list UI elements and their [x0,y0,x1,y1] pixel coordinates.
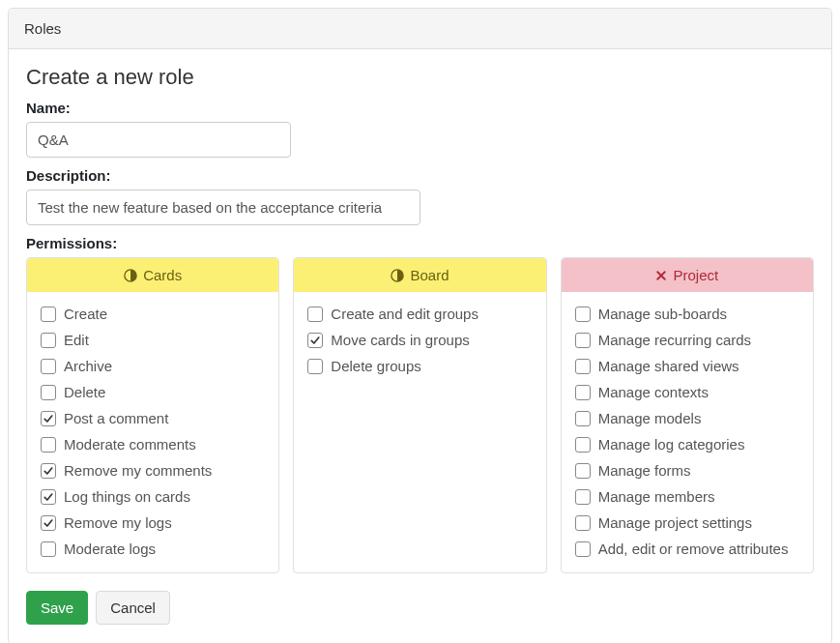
perm-item-label: Manage members [598,486,715,507]
perm-item[interactable]: Log things on cards [41,486,265,507]
close-icon [655,270,667,281]
perm-item[interactable]: Manage sub-boards [575,304,799,324]
perm-item-label: Create [64,304,107,324]
cancel-button[interactable]: Cancel [96,591,170,625]
perm-column-project: ProjectManage sub-boardsManage recurring… [561,257,814,573]
perm-header-label: Project [673,267,718,283]
perm-item-label: Move cards in groups [331,330,469,350]
perm-item-label: Manage project settings [598,512,752,533]
adjust-icon [391,269,404,282]
perm-item-label: Manage log categories [598,434,745,454]
perm-item[interactable]: Add, edit or remove attributes [575,539,799,559]
perm-item[interactable]: Remove my comments [41,460,265,481]
perm-item-label: Manage contexts [598,382,709,402]
perm-item-label: Manage sub-boards [598,304,727,324]
checkbox[interactable] [41,333,56,348]
checkbox[interactable] [307,307,323,322]
description-label: Description: [26,167,814,184]
perm-item[interactable]: Manage log categories [575,434,799,454]
perm-item-label: Manage shared views [598,356,739,376]
checkbox[interactable] [41,307,56,322]
checkbox[interactable] [575,411,591,426]
checkbox[interactable] [575,437,591,453]
checkbox[interactable] [575,515,591,531]
checkbox[interactable] [41,385,56,400]
perm-header-label: Cards [143,267,182,283]
description-input[interactable] [26,190,420,225]
card-body: Create a new role Name: Description: Per… [9,49,831,643]
name-input[interactable] [26,122,291,158]
perm-item[interactable]: Remove my logs [41,512,265,533]
save-button[interactable]: Save [26,591,88,625]
perm-item-label: Add, edit or remove attributes [598,539,789,559]
permissions-label: Permissions: [26,235,814,251]
perm-item[interactable]: Manage forms [575,460,799,481]
perm-item[interactable]: Delete [41,382,265,402]
perm-item-label: Manage models [598,408,702,428]
perm-item[interactable]: Archive [41,356,265,376]
perm-header-label: Board [410,267,449,283]
perm-item[interactable]: Manage models [575,408,799,428]
checkbox[interactable] [307,333,323,348]
perm-item-label: Remove my logs [64,512,172,533]
perm-item-label: Delete groups [331,356,420,376]
perm-header-project[interactable]: Project [562,258,813,292]
card-title: Roles [24,20,61,37]
perm-item[interactable]: Moderate logs [41,539,265,559]
checkbox[interactable] [575,489,591,505]
checkbox[interactable] [41,437,56,453]
perm-item[interactable]: Post a comment [41,408,265,428]
perm-item[interactable]: Delete groups [307,356,532,376]
perm-item-label: Edit [64,330,89,350]
actions-row: Save Cancel [26,591,814,625]
perm-item[interactable]: Manage project settings [575,512,799,533]
perm-item[interactable]: Manage shared views [575,356,799,376]
checkbox[interactable] [41,489,56,505]
perm-header-cards[interactable]: Cards [27,258,278,292]
perm-item-label: Manage forms [598,460,691,481]
page-title: Create a new role [26,65,814,90]
perm-item[interactable]: Manage contexts [575,382,799,402]
perm-item-label: Create and edit groups [331,304,478,324]
perm-item[interactable]: Edit [41,330,265,350]
checkbox[interactable] [41,463,56,479]
perm-item-label: Moderate logs [64,539,156,559]
permissions-row: CardsCreateEditArchiveDeletePost a comme… [26,257,814,573]
perm-header-board[interactable]: Board [294,258,545,292]
perm-item-label: Post a comment [64,408,168,428]
checkbox[interactable] [575,307,591,322]
perm-list: Manage sub-boardsManage recurring cardsM… [562,292,813,572]
perm-item-label: Delete [64,382,105,402]
perm-list: Create and edit groupsMove cards in grou… [294,292,545,390]
perm-item-label: Manage recurring cards [598,330,751,350]
perm-item[interactable]: Create [41,304,265,324]
perm-item-label: Remove my comments [64,460,212,481]
perm-item[interactable]: Create and edit groups [307,304,532,324]
checkbox[interactable] [575,541,591,557]
checkbox[interactable] [41,411,56,426]
perm-item[interactable]: Manage members [575,486,799,507]
card-header: Roles [9,9,831,49]
checkbox[interactable] [575,359,591,374]
perm-item-label: Archive [64,356,112,376]
checkbox[interactable] [307,359,323,374]
perm-column-board: BoardCreate and edit groupsMove cards in… [293,257,546,573]
checkbox[interactable] [575,333,591,348]
checkbox[interactable] [41,515,56,531]
adjust-icon [124,269,137,282]
perm-item-label: Moderate comments [64,434,196,454]
name-label: Name: [26,100,814,116]
perm-item[interactable]: Manage recurring cards [575,330,799,350]
perm-column-cards: CardsCreateEditArchiveDeletePost a comme… [26,257,279,573]
perm-item-label: Log things on cards [64,486,190,507]
roles-card: Roles Create a new role Name: Descriptio… [8,8,832,643]
perm-item[interactable]: Move cards in groups [307,330,532,350]
checkbox[interactable] [575,385,591,400]
checkbox[interactable] [575,463,591,479]
perm-item[interactable]: Moderate comments [41,434,265,454]
perm-list: CreateEditArchiveDeletePost a commentMod… [27,292,278,572]
checkbox[interactable] [41,541,56,557]
checkbox[interactable] [41,359,56,374]
